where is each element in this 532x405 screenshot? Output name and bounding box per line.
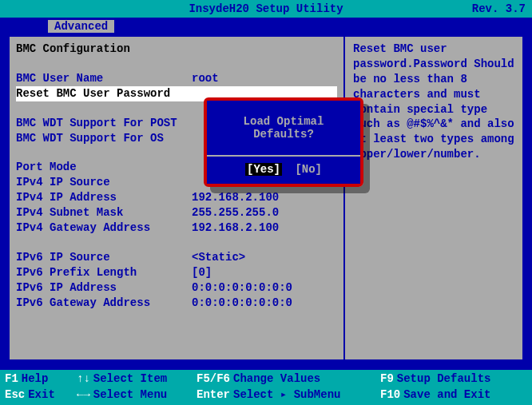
content-frame: BMC Configuration BMC User Nameroot Rese… <box>8 35 524 361</box>
tab-advanced[interactable]: Advanced <box>48 20 114 33</box>
setting-row[interactable]: IPv4 IP Address192.168.2.100 <box>16 190 337 205</box>
key-esc: Esc <box>5 387 25 403</box>
setting-row[interactable]: IPv6 Prefix Length[0] <box>16 265 337 280</box>
main-panel: BMC Configuration BMC User Nameroot Rese… <box>10 37 345 359</box>
key-enter: Enter <box>197 387 230 403</box>
app-title: InsydeH20 Setup Utility <box>189 2 343 15</box>
setting-row[interactable]: IPv6 Gateway Address0:0:0:0:0:0:0:0 <box>16 296 337 311</box>
footer-hints: F1Help ↑↓Select Item F5/F6Change Values … <box>0 370 532 405</box>
key-f5f6: F5/F6 <box>197 371 230 387</box>
setting-row[interactable]: BMC User Nameroot <box>16 71 337 86</box>
bios-screen: InsydeH20 Setup Utility Rev. 3.7 Advance… <box>0 0 532 405</box>
dialog-yes-button[interactable]: [Yes] <box>245 163 282 176</box>
key-f1: F1 <box>5 371 18 387</box>
setting-row[interactable]: IPv4 Subnet Mask255.255.255.0 <box>16 205 337 220</box>
setting-row[interactable]: IPv6 IP Source<Static> <box>16 250 337 265</box>
key-f9: F9 <box>380 371 394 387</box>
revision: Rev. 3.7 <box>343 2 526 15</box>
setting-row[interactable]: IPv4 Gateway Address192.168.2.100 <box>16 220 337 236</box>
title-bar: InsydeH20 Setup Utility Rev. 3.7 <box>0 0 532 18</box>
dialog-no-button[interactable]: [No] <box>295 163 322 176</box>
section-title: BMC Configuration <box>16 42 192 57</box>
key-updown: ↑↓ <box>77 371 90 387</box>
setting-row[interactable]: IPv6 IP Address0:0:0:0:0:0:0:0 <box>16 280 337 296</box>
dialog-buttons: [Yes] [No] <box>207 157 360 184</box>
confirm-dialog: Load Optimal Defaults? [Yes] [No] <box>204 97 363 187</box>
key-f10: F10 <box>380 387 400 403</box>
help-panel: Reset BMC user password.Password Should … <box>347 37 522 359</box>
dialog-title: Load Optimal Defaults? <box>207 101 360 157</box>
tab-bar: Advanced <box>0 18 532 35</box>
key-leftright: ←→ <box>77 387 90 403</box>
